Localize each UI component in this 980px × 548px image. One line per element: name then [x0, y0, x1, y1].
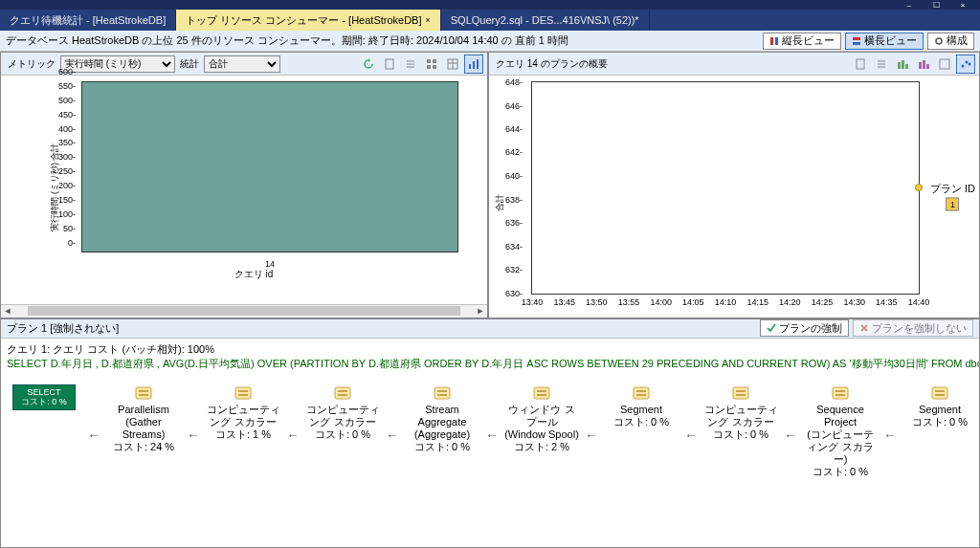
refresh-button[interactable]	[359, 55, 378, 74]
rt-btn-5[interactable]	[935, 55, 954, 74]
y-tick: 50-	[63, 224, 76, 233]
tab-top-resource-consumers[interactable]: トップ リソース コンシューマー - [HeatStrokeDB]×	[176, 10, 441, 31]
tab-label: SQLQuery2.sql - DES...416VNSJ\ (52))*	[451, 14, 639, 26]
svg-rect-41	[636, 390, 646, 392]
svg-rect-35	[437, 390, 447, 392]
info-text: データベース HeatStrokeDB の上位 25 件のリソース コンシューマ…	[6, 33, 568, 48]
x-tick: 14:25	[812, 297, 834, 307]
y-tick: 350-	[58, 138, 76, 147]
plan-node[interactable]: コンピューティング スカラーコスト: 1 %	[206, 384, 280, 442]
svg-rect-1	[775, 37, 778, 45]
plan-body[interactable]: クエリ 1: クエリ コスト (バッチ相対): 100% SELECT D.年月…	[1, 339, 979, 548]
rt-btn-3[interactable]	[893, 55, 912, 74]
y-tick: 642-	[505, 147, 523, 157]
tracked-button[interactable]	[380, 55, 399, 74]
svg-rect-28	[235, 387, 251, 399]
node-cost: コスト: 0 %	[414, 441, 470, 453]
y-tick: 634-	[505, 242, 523, 252]
left-chart-plot[interactable]: 14	[81, 81, 458, 252]
svg-rect-43	[733, 387, 748, 399]
rt-btn-1[interactable]	[851, 55, 870, 74]
document-icon	[855, 58, 866, 70]
window-close-button[interactable]: ×	[949, 0, 976, 10]
right-chart-area: 合計 630-632-634-636-638-640-642-644-646-6…	[489, 76, 979, 318]
vertical-view-button[interactable]: 縦長ビュー	[763, 33, 841, 50]
plan-node[interactable]: コンピューティング スカラーコスト: 0 %	[305, 384, 380, 442]
list-icon	[876, 58, 887, 70]
node-cost: コスト: 0 %	[912, 416, 968, 428]
metric-label: メトリック	[5, 57, 58, 71]
svg-rect-11	[469, 64, 471, 69]
plan-node[interactable]: Segmentコスト: 0 %	[902, 384, 977, 428]
force-plan-button[interactable]: プランの強制	[760, 319, 849, 337]
x-tick: 14:15	[746, 297, 768, 307]
svg-rect-29	[238, 390, 248, 392]
plan-node[interactable]: ウィンドウ スプール(Window Spool)コスト: 2 %	[504, 384, 579, 454]
svg-rect-51	[935, 394, 945, 396]
plan-node[interactable]: Stream Aggregate(Aggregate)コスト: 0 %	[405, 384, 479, 454]
grid-button[interactable]	[422, 55, 441, 74]
stat-select[interactable]: 合計	[204, 55, 280, 73]
svg-rect-32	[338, 390, 347, 392]
gear-icon	[934, 36, 944, 46]
plan-node[interactable]: Parallelism(Gather Streams)コスト: 24 %	[106, 384, 181, 454]
grid-icon	[897, 58, 908, 70]
y-tick: 600-	[58, 67, 76, 77]
x-tick: 14:00	[650, 297, 672, 307]
plan-node[interactable]: Segmentコスト: 0 %	[604, 384, 679, 428]
window-minimize-button[interactable]: –	[896, 0, 923, 10]
svg-rect-2	[853, 37, 860, 40]
svg-point-4	[936, 38, 942, 44]
configure-button[interactable]: 構成	[927, 33, 974, 50]
metric-select[interactable]: 実行時間 (ミリ秒)	[60, 55, 175, 73]
svg-rect-20	[926, 64, 929, 69]
svg-rect-12	[473, 61, 475, 69]
node-sub: (コンピューティング スカラー)	[803, 428, 878, 467]
node-cost: コスト: 0 %	[315, 428, 370, 441]
right-chart-plot[interactable]: 630-632-634-636-638-640-642-644-646-648-…	[531, 81, 920, 295]
plan-node[interactable]: コンピューティング スカラーコスト: 0 %	[703, 384, 778, 442]
left-scrollbar[interactable]: ◄►	[1, 304, 487, 318]
window-maximize-button[interactable]: ☐	[923, 0, 949, 10]
svg-rect-47	[835, 390, 845, 392]
detail-button[interactable]	[401, 55, 420, 74]
operator-icon	[531, 384, 552, 402]
plan-arrow: ←	[485, 427, 499, 443]
plan-arrow: ←	[784, 427, 797, 443]
plan-node[interactable]: Sequence Project(コンピューティング スカラー)コスト: 0 %	[803, 384, 878, 479]
svg-rect-30	[238, 394, 248, 396]
plan-nodes-row: SELECTコスト: 0 %←Parallelism(Gather Stream…	[7, 384, 973, 479]
rt-btn-2[interactable]	[872, 55, 891, 74]
operator-icon	[631, 384, 652, 402]
list-icon	[405, 58, 416, 70]
btn-label: 構成	[947, 33, 968, 48]
horizontal-view-button[interactable]: 横長ビュー	[845, 33, 924, 50]
tab-sqlquery2[interactable]: SQLQuery2.sql - DES...416VNSJ\ (52))*	[441, 10, 650, 31]
rt-btn-4[interactable]	[914, 55, 933, 74]
svg-rect-44	[736, 390, 746, 392]
operator-icon	[332, 384, 353, 402]
node-cost: コスト: 2 %	[514, 441, 569, 453]
data-point[interactable]	[915, 184, 923, 191]
btn-label: プランの強制	[779, 321, 842, 336]
node-sub: (Window Spool)	[504, 428, 579, 441]
svg-point-22	[962, 64, 965, 67]
plan-node[interactable]: SELECTコスト: 0 %	[7, 384, 81, 411]
y-tick: 400-	[58, 124, 76, 134]
chart-button[interactable]	[464, 55, 483, 74]
plan-arrow: ←	[585, 427, 598, 443]
y-tick: 500-	[58, 96, 76, 105]
table-button[interactable]	[443, 55, 462, 74]
svg-rect-42	[636, 394, 646, 396]
node-cost: コスト: 0 %	[813, 466, 868, 478]
svg-rect-45	[736, 394, 746, 396]
legend-swatch[interactable]: 1	[946, 198, 959, 211]
svg-rect-13	[477, 59, 479, 69]
table-icon	[447, 58, 458, 70]
svg-rect-31	[335, 387, 350, 399]
plan-sql-text: SELECT D.年月日 , D.都道府県 , AVG(D.日平均気温) OVE…	[7, 357, 973, 371]
tab-query-wait-stats[interactable]: クエリ待機統計 - [HeatStrokeDB]	[0, 10, 176, 31]
rt-chart-button[interactable]	[956, 55, 975, 74]
close-icon[interactable]: ×	[426, 15, 431, 25]
svg-rect-25	[136, 387, 151, 399]
